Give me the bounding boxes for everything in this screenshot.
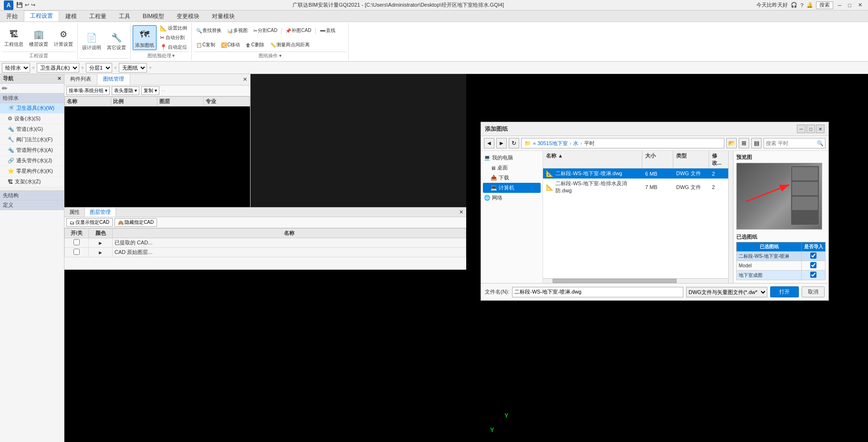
layer-toggle-1[interactable]	[73, 239, 80, 245]
tab-bim[interactable]: BIM模型	[136, 11, 170, 21]
select-floor[interactable]: 分层1	[86, 63, 112, 73]
tree-item-desktop[interactable]: 🖥 桌面	[483, 163, 541, 173]
nav-path-part3[interactable]: 平时	[584, 140, 595, 147]
v-scrollbar[interactable]	[728, 151, 733, 283]
c-move-btn[interactable]: 🔀 C移动	[219, 41, 242, 49]
c-copy-btn[interactable]: 📋 C复制	[194, 41, 218, 49]
panel-close-btn[interactable]: ✕	[240, 76, 250, 83]
sidebar-item-sanitary[interactable]: 🚿卫生器具(水)(W)	[0, 103, 64, 114]
supplement-cad-btn[interactable]: 📌 补图CAD	[283, 26, 314, 35]
file-row-2[interactable]: 📐 二标段-WS-地下室-给排水及消防.dwg 7 MB DWG 文件 2	[543, 179, 728, 196]
tab-change[interactable]: 变更模块	[170, 11, 206, 21]
select-drawing[interactable]: 无图纸	[119, 63, 147, 73]
split-cad-btn[interactable]: ✂ 分割CAD	[251, 26, 280, 35]
minimize-btn[interactable]: ─	[836, 2, 844, 8]
bell-icon[interactable]: 🔔	[806, 2, 813, 8]
open-button[interactable]: 打开	[770, 286, 799, 297]
tab-layer-mgmt[interactable]: 图层管理	[85, 208, 116, 217]
tab-component-list[interactable]: 构件列表	[64, 74, 97, 85]
tab-drawing-mgmt[interactable]: 图纸管理	[97, 74, 130, 85]
h-scrollbar[interactable]	[543, 278, 728, 283]
added-check-1[interactable]	[810, 253, 816, 259]
nav-search-input[interactable]	[763, 138, 826, 148]
sidebar-section-define: 定义	[0, 200, 64, 210]
file-row-1[interactable]: 📐 二标段-WS-地下室-喷淋.dwg 6 MB DWG 文件 2	[543, 168, 728, 179]
c-delete-btn[interactable]: 🗑 C删除	[243, 41, 266, 49]
headset-icon[interactable]: 🎧	[791, 2, 797, 8]
multi-view-btn[interactable]: 📊 多视图	[225, 26, 250, 35]
quick-access-btn[interactable]: 💾	[16, 2, 23, 8]
copy-btn[interactable]: 复制 ▾	[141, 86, 159, 95]
design-desc-btn[interactable]: 📄 设计说明	[80, 30, 104, 53]
search-input-btn[interactable]: 搜索	[816, 1, 833, 9]
layer-toggle-2[interactable]	[73, 249, 80, 255]
nav-edit-icon[interactable]: ✏	[2, 84, 8, 92]
tab-modeling[interactable]: 建模	[59, 11, 83, 21]
nav-back-btn[interactable]: ◄	[484, 138, 494, 148]
tab-quantity[interactable]: 工程量	[83, 11, 113, 21]
nav-folder-btn[interactable]: 📂	[726, 138, 737, 148]
added-check-2[interactable]	[810, 262, 816, 268]
tree-item-computer[interactable]: 💻 计算机	[483, 183, 541, 193]
more-dots[interactable]: ···	[161, 88, 165, 94]
measure-distance-btn[interactable]: 📏 测量两点间距离	[268, 41, 312, 49]
calc-settings-btn[interactable]: ⚙ 计算设置	[52, 26, 75, 49]
floor-settings-btn[interactable]: 🏢 楼层设置	[27, 26, 51, 49]
tab-quantity2[interactable]: 对量模块	[206, 11, 241, 21]
auto-locate-btn[interactable]: 📍 自动定位	[157, 43, 189, 52]
nav-path-part1[interactable]: « 30515地下室	[533, 140, 568, 147]
nav-forward-btn[interactable]: ►	[496, 138, 507, 148]
quick-undo-btn[interactable]: ↩	[25, 2, 29, 8]
quick-redo-btn[interactable]: ↪	[31, 2, 35, 8]
engineering-info-btn[interactable]: 🏗 工程信息	[2, 26, 26, 49]
col-header-type[interactable]: 类型	[673, 151, 709, 168]
col-visibility-btn[interactable]: 表头显隐 ▾	[112, 86, 139, 95]
sidebar-item-pipe[interactable]: 🔩管道(水)(G)	[0, 124, 64, 135]
tree-item-network[interactable]: 🌐 网络	[483, 193, 541, 203]
help-icon[interactable]: ?	[800, 2, 803, 8]
tab-properties[interactable]: 属性	[64, 208, 85, 217]
filetype-select[interactable]: DWG文件与矢量图文件(*.dw*	[686, 287, 767, 297]
col-header-date[interactable]: 修改...	[709, 151, 728, 168]
nav-close-btn[interactable]: ✕	[57, 76, 61, 81]
select-component[interactable]: 卫生器具(水)	[37, 63, 79, 73]
tree-item-download[interactable]: 📥 下载	[483, 173, 541, 183]
bottom-panel-close-btn[interactable]: ✕	[456, 209, 466, 215]
nav-view2-btn[interactable]: ▤	[751, 138, 762, 148]
sidebar-item-valve[interactable]: 🔧阀门法兰(水)(F)	[0, 135, 64, 145]
sidebar-item-equipment[interactable]: ⚙设备(水)(S)	[0, 114, 64, 124]
nav-refresh-btn[interactable]: ↻	[509, 138, 519, 148]
group-by-btn[interactable]: 按单项-系统分组 ▾	[66, 86, 110, 95]
tab-tools[interactable]: 工具	[113, 11, 136, 21]
col-header-name[interactable]: 名称 ▲	[543, 151, 642, 168]
tab-start[interactable]: 开始	[0, 11, 24, 21]
other-settings-btn[interactable]: 🔧 其它设置	[105, 30, 128, 53]
drawing-table: 名称 比例 图层 专业	[64, 96, 250, 207]
hide-specified-cad-btn[interactable]: 🙈 隐藏指定CAD	[115, 218, 157, 227]
sidebar-item-misc[interactable]: ⭐零星构件(水)(K)	[0, 166, 64, 177]
sidebar-item-pipe-acc[interactable]: 🔩管道附件(水)(A)	[0, 145, 64, 156]
maximize-btn[interactable]: □	[846, 2, 853, 8]
auto-split-btn[interactable]: ✂ 自动分割	[157, 33, 189, 42]
dialog-maximize-btn[interactable]: □	[806, 125, 815, 133]
tab-engineering[interactable]: 工程设置	[24, 11, 59, 21]
cancel-button[interactable]: 取消	[802, 286, 825, 297]
dialog-close-btn[interactable]: ✕	[816, 125, 825, 133]
line-btn[interactable]: ➖ 直线	[317, 26, 338, 35]
col-header-size[interactable]: 大小	[642, 151, 673, 168]
tree-item-mypc[interactable]: 💻 我的电脑	[483, 153, 541, 163]
added-check-3[interactable]	[810, 272, 816, 278]
filename-input[interactable]	[512, 287, 683, 297]
sidebar-item-connector[interactable]: 🔗通头管件(水)(J)	[0, 156, 64, 166]
sidebar-resize-handle[interactable]	[0, 187, 64, 191]
set-scale-btn[interactable]: 📐 设置比例	[157, 24, 189, 32]
nav-view-btn[interactable]: ⊞	[739, 138, 749, 148]
sidebar-item-support[interactable]: 🏗支架(水)(Z)	[0, 177, 64, 187]
add-drawing-btn[interactable]: 🗺 添加图纸	[133, 25, 157, 50]
dialog-minimize-btn[interactable]: ─	[797, 125, 805, 133]
show-specified-cad-btn[interactable]: 🗂 仅显示指定CAD	[66, 218, 113, 227]
find-replace-btn[interactable]: 🔍 查找替换	[194, 26, 224, 35]
nav-path-part2[interactable]: 水	[573, 140, 578, 147]
select-discipline[interactable]: 绘排水	[2, 63, 30, 73]
close-btn[interactable]: ✕	[856, 2, 864, 8]
